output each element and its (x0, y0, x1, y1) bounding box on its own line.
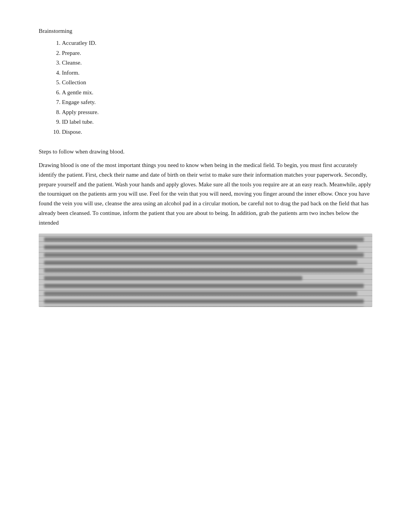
list-item: Inform. (62, 68, 372, 78)
blur-line (44, 276, 302, 280)
list-item: Apply pressure. (62, 107, 372, 118)
blurred-content (39, 234, 372, 307)
blur-line (44, 237, 364, 242)
list-item: A gentle mix. (62, 88, 372, 98)
list-item: Engage safety. (62, 97, 372, 107)
list-item: Collection (62, 78, 372, 88)
list-item: ID label tube. (62, 117, 372, 127)
list-item: Cleanse. (62, 58, 372, 68)
blur-line (44, 292, 357, 296)
page-container: Brainstorming Accuratley ID. Prepare. Cl… (0, 0, 411, 338)
list-item: Accuratley ID. (62, 38, 372, 48)
blur-line (44, 261, 357, 265)
brainstorming-label: Brainstorming (39, 28, 372, 34)
blur-line (44, 299, 364, 304)
blur-line (44, 284, 364, 288)
blur-line (44, 268, 364, 273)
brainstorming-list: Accuratley ID. Prepare. Cleanse. Inform.… (39, 38, 372, 137)
list-item: Dispose. (62, 127, 372, 137)
blur-line (44, 245, 357, 249)
list-item: Prepare. (62, 48, 372, 58)
steps-heading: Steps to follow when drawing blood. (39, 148, 372, 155)
blur-line (44, 253, 364, 257)
main-paragraph: Drawing blood is one of the most importa… (39, 160, 372, 227)
